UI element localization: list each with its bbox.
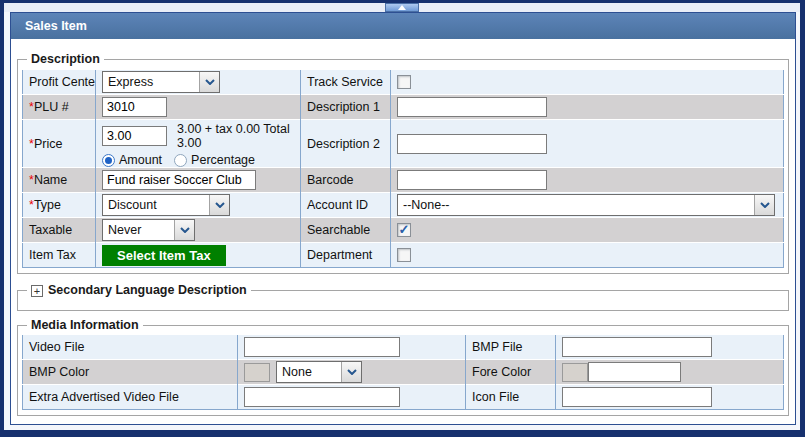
description-legend: Description [27, 52, 104, 66]
collapse-panel-tab[interactable] [385, 3, 419, 12]
description1-label: Description 1 [307, 100, 380, 114]
track-service-label: Track Service [307, 75, 383, 89]
description-section: Description Profit Center Express [17, 52, 789, 274]
table-row: Item Tax Select Item Tax Department [23, 243, 784, 268]
price-tax-summary: 3.00 + tax 0.00 Total 3.00 [177, 122, 294, 150]
percentage-radio-label: Percentage [191, 153, 255, 167]
profit-center-label: Profit Center [29, 75, 96, 89]
table-row: *Price 3.00 + tax 0.00 Total 3.00 Amount… [23, 120, 784, 168]
percentage-radio[interactable] [174, 154, 187, 167]
icon-file-input[interactable] [562, 387, 712, 407]
searchable-checkbox[interactable]: ✓ [397, 223, 411, 237]
department-checkbox[interactable] [397, 248, 411, 262]
taxable-select[interactable]: Never [102, 219, 195, 241]
fore-color-input[interactable] [588, 362, 681, 382]
name-input[interactable] [102, 170, 256, 190]
media-information-section: Media Information Video File BMP File BM… [17, 318, 789, 416]
profit-center-select[interactable]: Express [102, 71, 220, 93]
chevron-down-icon [209, 195, 229, 215]
price-input[interactable] [102, 126, 167, 146]
icon-file-label: Icon File [472, 390, 519, 404]
bmp-file-label: BMP File [472, 340, 522, 354]
chevron-down-icon [341, 362, 361, 382]
table-row: *Type Discount Account ID [23, 193, 784, 218]
select-item-tax-button[interactable]: Select Item Tax [102, 245, 226, 266]
description2-label: Description 2 [307, 137, 380, 151]
dialog-body: Sales Item Description Profit Center Exp… [10, 12, 796, 425]
table-row: Extra Advertised Video File Icon File [23, 385, 784, 410]
chevron-down-icon [199, 72, 219, 92]
type-label: Type [34, 198, 61, 212]
video-file-label: Video File [29, 340, 84, 354]
amount-radio-label: Amount [119, 153, 162, 167]
table-row: Profit Center Express Track Service [23, 70, 784, 95]
sales-item-dialog: Sales Item Description Profit Center Exp… [0, 0, 805, 437]
media-table: Video File BMP File BMP Color None [22, 334, 784, 410]
table-row: BMP Color None Fore Color [23, 360, 784, 385]
chevron-down-icon [174, 220, 194, 240]
type-select[interactable]: Discount [102, 194, 230, 216]
collapse-arrow-icon [398, 5, 406, 10]
account-id-label: Account ID [307, 198, 368, 212]
amount-radio[interactable] [102, 154, 115, 167]
secondary-language-section: +Secondary Language Description [17, 283, 789, 311]
table-row: Video File BMP File [23, 335, 784, 360]
media-information-legend: Media Information [27, 318, 143, 332]
fore-color-swatch [562, 363, 588, 382]
plu-input[interactable] [102, 97, 167, 117]
department-label: Department [307, 248, 372, 262]
table-row: Taxable Never Searchable ✓ [23, 218, 784, 243]
secondary-language-title: Secondary Language Description [48, 283, 247, 297]
chevron-down-icon [754, 195, 774, 215]
description-table: Profit Center Express Track Service [22, 69, 784, 268]
price-label: Price [34, 137, 62, 151]
video-file-input[interactable] [244, 337, 400, 357]
extra-video-file-input[interactable] [244, 387, 400, 407]
extra-video-file-label: Extra Advertised Video File [29, 390, 179, 404]
description1-input[interactable] [397, 97, 547, 117]
table-row: *PLU # Description 1 [23, 95, 784, 120]
secondary-language-legend: +Secondary Language Description [27, 283, 251, 297]
taxable-label: Taxable [29, 223, 72, 237]
item-tax-label: Item Tax [29, 248, 76, 262]
bmp-color-label: BMP Color [29, 365, 89, 379]
fore-color-label: Fore Color [472, 365, 531, 379]
checkmark-icon: ✓ [399, 223, 410, 236]
dialog-title: Sales Item [11, 13, 795, 39]
searchable-label: Searchable [307, 223, 370, 237]
name-label: Name [34, 173, 67, 187]
table-row: *Name Barcode [23, 168, 784, 193]
barcode-input[interactable] [397, 170, 547, 190]
track-service-checkbox[interactable] [397, 75, 411, 89]
description2-input[interactable] [397, 134, 547, 154]
bmp-color-select[interactable]: None [276, 361, 362, 383]
barcode-label: Barcode [307, 173, 354, 187]
expand-plus-icon[interactable]: + [31, 285, 43, 297]
bmp-file-input[interactable] [562, 337, 712, 357]
account-id-select[interactable]: --None-- [397, 194, 775, 216]
plu-label: PLU # [34, 100, 69, 114]
dialog-content: Description Profit Center Express [11, 39, 795, 416]
bmp-color-swatch [244, 363, 270, 382]
